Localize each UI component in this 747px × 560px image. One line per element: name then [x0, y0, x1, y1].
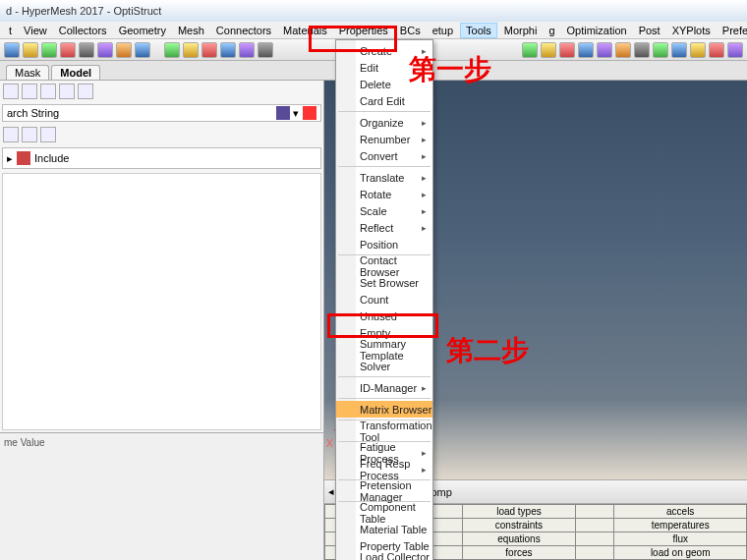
filter-icon[interactable] [22, 127, 37, 142]
menu-etup[interactable]: etup [428, 24, 458, 37]
menu-item-unused[interactable]: Unused [336, 308, 432, 324]
tools-menu[interactable]: CreateEditDeleteCard EditOrganizeRenumbe… [335, 39, 433, 560]
menu-xyplots[interactable]: XYPlots [667, 24, 716, 37]
menu-morphi[interactable]: Morphi [499, 24, 543, 37]
toolbar-icon[interactable] [258, 42, 273, 58]
tab-model[interactable]: Model [51, 65, 100, 80]
menu-item-matrix-browser[interactable]: Matrix Browser [336, 401, 432, 418]
toolbar-icon[interactable] [634, 42, 650, 58]
model-browser-panel: arch String ▾ ▸ Include me Value [0, 81, 324, 560]
toolbar-icon[interactable] [183, 42, 199, 58]
panel-cell [576, 519, 614, 532]
toolbar-icon[interactable] [4, 42, 20, 58]
menu-collectors[interactable]: Collectors [54, 24, 112, 37]
menu-mesh[interactable]: Mesh [173, 24, 209, 37]
toolbar-icon[interactable] [597, 42, 612, 58]
menu-item-id-manager[interactable]: ID-Manager [336, 379, 432, 396]
toolbar-icon[interactable] [60, 42, 76, 58]
menu-item-transformation-tool[interactable]: Transformation Tool [336, 422, 432, 439]
menu-item-position[interactable]: Position [336, 236, 432, 252]
toolbar-icon[interactable] [41, 42, 57, 58]
search-row: arch String ▾ [2, 104, 321, 122]
toolbar-icon[interactable] [727, 42, 743, 58]
menu-item-card-edit[interactable]: Card Edit [336, 92, 432, 109]
record-icon[interactable] [303, 106, 316, 120]
menu-tools[interactable]: Tools [460, 23, 497, 38]
toolbar-icon[interactable] [23, 42, 38, 58]
toolbar-icon[interactable] [164, 42, 180, 58]
panel-cell[interactable]: equations [462, 532, 575, 546]
panel-cell[interactable]: constraints [462, 519, 575, 532]
menu-item-solver[interactable]: Solver [336, 358, 432, 374]
filter-icon[interactable] [40, 127, 56, 142]
panel-cell[interactable]: accels [614, 505, 747, 519]
toolbar-icon[interactable] [709, 42, 724, 58]
menu-item-scale[interactable]: Scale [336, 202, 432, 219]
toolbar-icon[interactable] [97, 42, 113, 58]
cube-icon[interactable] [276, 106, 290, 120]
menu-bcs[interactable]: BCs [395, 24, 426, 37]
mode-icon[interactable] [40, 84, 56, 99]
menu-t[interactable]: t [4, 24, 17, 37]
panel-cell[interactable]: forces [462, 546, 575, 560]
menu-item-pretension-manager[interactable]: Pretension Manager [336, 482, 432, 499]
toolbar-icon[interactable] [116, 42, 132, 58]
mode-icon[interactable] [78, 84, 93, 99]
toolbar-icon[interactable] [541, 42, 556, 58]
toolbar-icon[interactable] [578, 42, 594, 58]
toolbar-icon[interactable] [615, 42, 631, 58]
menu-item-component-table[interactable]: Component Table [336, 504, 432, 521]
tree-toggle-icon[interactable]: ▸ [7, 152, 13, 165]
menu-bar[interactable]: tViewCollectorsGeometryMeshConnectorsMat… [0, 22, 747, 39]
window-title: d - HyperMesh 2017 - OptiStruct [6, 5, 161, 17]
toolbar-icon[interactable] [239, 42, 255, 58]
menu-item-set-browser[interactable]: Set Browser [336, 274, 432, 291]
menu-item-translate[interactable]: Translate [336, 169, 432, 186]
toolbar-icon[interactable] [220, 42, 236, 58]
menu-item-contact-browser[interactable]: Contact Browser [336, 257, 432, 274]
filter-icon[interactable] [3, 127, 19, 142]
panel-cell[interactable]: flux [614, 532, 747, 546]
menu-item-count[interactable]: Count [336, 291, 432, 308]
menu-geometry[interactable]: Geometry [114, 24, 171, 37]
search-label: arch String [7, 107, 59, 119]
toolbar-icon[interactable] [522, 42, 538, 58]
property-header: me Value [4, 437, 319, 448]
menu-g[interactable]: g [544, 24, 559, 37]
panel-cell[interactable]: load on geom [614, 546, 747, 560]
panel-cell[interactable]: temperatures [614, 519, 747, 532]
mode-icon[interactable] [22, 84, 37, 99]
toolbar-icon[interactable] [671, 42, 687, 58]
menu-item-reflect[interactable]: Reflect [336, 219, 432, 236]
toolbar-icon[interactable] [559, 42, 575, 58]
toolbar-icon[interactable] [653, 42, 668, 58]
panel-cell[interactable]: load types [462, 505, 575, 519]
tree-item-include[interactable]: Include [34, 152, 69, 164]
mode-icon[interactable] [3, 84, 19, 99]
menu-materials[interactable]: Materials [278, 24, 332, 37]
menu-optimization[interactable]: Optimization [562, 24, 632, 37]
toolbar-icon[interactable] [201, 42, 217, 58]
dropdown-icon[interactable]: ▾ [293, 107, 299, 120]
menu-properties[interactable]: Properties [334, 24, 393, 37]
menu-item-freq-resp-process[interactable]: Freq Resp Process [336, 461, 432, 477]
menu-item-convert[interactable]: Convert [336, 147, 432, 164]
title-bar: d - HyperMesh 2017 - OptiStruct [0, 0, 747, 22]
model-tree[interactable]: ▸ Include [2, 147, 321, 169]
menu-item-renumber[interactable]: Renumber [336, 131, 432, 147]
menu-view[interactable]: View [19, 24, 52, 37]
menu-item-organize[interactable]: Organize [336, 114, 432, 131]
menu-item-rotate[interactable]: Rotate [336, 186, 432, 202]
menu-item-load-collector-table[interactable]: Load Collector Table [336, 554, 432, 560]
panel-cell [576, 505, 614, 519]
toolbar-icon[interactable] [79, 42, 94, 58]
menu-connectors[interactable]: Connectors [211, 24, 276, 37]
menu-post[interactable]: Post [634, 24, 665, 37]
mode-icon[interactable] [59, 84, 75, 99]
menu-item-material-table[interactable]: Material Table [336, 521, 432, 537]
menu-item-summary-template[interactable]: Summary Template [336, 341, 432, 358]
tab-mask[interactable]: Mask [6, 65, 49, 80]
toolbar-icon[interactable] [690, 42, 706, 58]
menu-preferences[interactable]: Preferences [718, 24, 747, 37]
toolbar-icon[interactable] [135, 42, 150, 58]
